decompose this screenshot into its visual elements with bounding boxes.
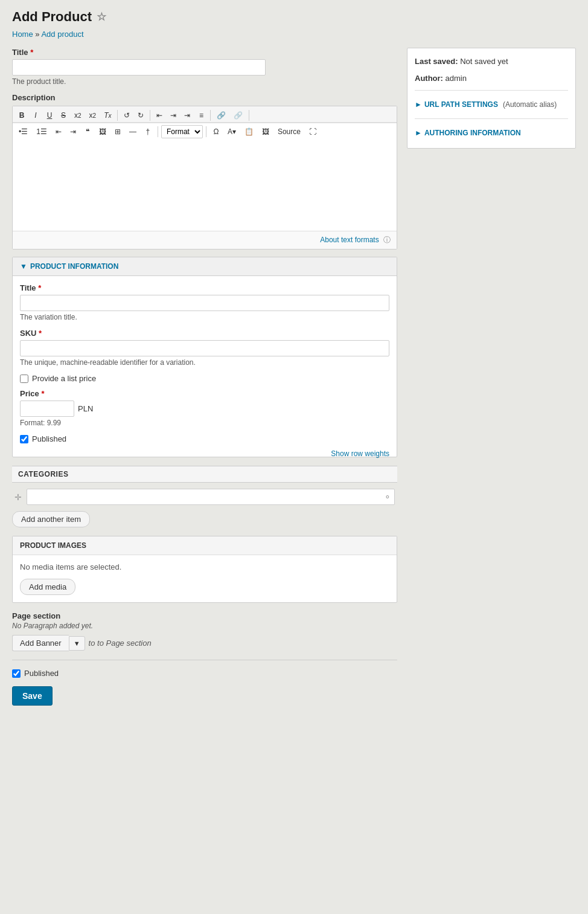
align-center-button[interactable]: ⇥ xyxy=(167,109,180,122)
indent-button[interactable]: ⇥ xyxy=(66,125,80,138)
sidebar-panel: Last saved: Not saved yet Author: admin … xyxy=(407,48,576,149)
price-format-hint: Format: 9.99 xyxy=(20,419,389,427)
bold-button[interactable]: B xyxy=(15,109,28,122)
add-another-item-button[interactable]: Add another item xyxy=(12,511,90,527)
list-price-label[interactable]: Provide a list price xyxy=(32,374,96,383)
about-text-formats-link[interactable]: About text formats xyxy=(320,236,379,244)
price-group: Price * PLN Format: 9.99 xyxy=(20,389,389,427)
add-banner-dropdown-button[interactable]: ▼ xyxy=(69,636,85,651)
underline-button[interactable]: U xyxy=(43,109,56,122)
drag-handle-icon[interactable]: ✛ xyxy=(14,492,22,502)
title-hint: The product title. xyxy=(12,77,397,86)
product-info-header: ▼ PRODUCT INFORMATION xyxy=(13,257,397,276)
product-info-section: ▼ PRODUCT INFORMATION Title * The variat… xyxy=(12,257,397,457)
no-paragraph-text: No Paragraph added yet. xyxy=(12,622,397,630)
collapse-icon[interactable]: ▼ xyxy=(20,262,27,271)
toolbar-row2: •☰ 1☰ ⇤ ⇥ ❝ 🖼 ⊞ ― † Format xyxy=(13,123,397,140)
variation-title-label: Title * xyxy=(20,283,389,292)
undo-button[interactable]: ↺ xyxy=(120,109,133,122)
product-images-section: PRODUCT IMAGES No media items are select… xyxy=(12,536,397,603)
url-path-settings-toggle[interactable]: ► URL PATH SETTINGS (Automatic alias) xyxy=(415,97,568,112)
sidebar-divider-1 xyxy=(415,90,568,91)
description-label: Description xyxy=(12,93,397,102)
strikethrough-button[interactable]: S xyxy=(57,109,70,122)
category-input-wrap: ⚬ xyxy=(27,489,395,505)
product-images-header: PRODUCT IMAGES xyxy=(13,536,397,555)
list-price-row: Provide a list price xyxy=(20,374,389,383)
authoring-arrow-icon: ► xyxy=(415,129,422,137)
link-button[interactable]: 🔗 xyxy=(213,109,229,122)
published-checkbox[interactable] xyxy=(12,669,21,678)
hr-button[interactable]: ― xyxy=(126,125,140,138)
styles-button[interactable]: A▾ xyxy=(224,125,240,138)
unlink-button[interactable]: 🔗 xyxy=(230,109,246,122)
sku-label: SKU * xyxy=(20,329,389,338)
paste-button[interactable]: 📋 xyxy=(241,125,257,138)
variation-published-checkbox[interactable] xyxy=(20,435,28,443)
to-page-section-text: to to Page section xyxy=(89,639,152,648)
table-button[interactable]: ⊞ xyxy=(111,125,124,138)
last-saved-row: Last saved: Not saved yet xyxy=(415,56,568,68)
subscript-button[interactable]: x2 xyxy=(86,109,100,122)
show-row-weights-link[interactable]: Show row weights xyxy=(331,449,389,458)
autocomplete-search-icon: ⚬ xyxy=(384,492,391,502)
image-button[interactable]: 🖼 xyxy=(95,125,110,138)
variation-published-label[interactable]: Published xyxy=(32,434,66,443)
remove-format-button[interactable]: Tx xyxy=(100,109,115,122)
sku-input[interactable] xyxy=(20,340,389,356)
page-section-area: Page section No Paragraph added yet. Add… xyxy=(12,611,397,651)
fullscreen-button[interactable]: ⛶ xyxy=(305,125,320,138)
bullet-list-button[interactable]: •☰ xyxy=(15,125,31,138)
paste-text-button[interactable]: 🖼 xyxy=(258,125,273,138)
page-section-label: Page section xyxy=(12,611,397,620)
toolbar-row1: B I U S x2 x2 Tx ↺ ↻ ⇤ ⇥ ⇥ ≡ xyxy=(13,106,397,123)
special-chars-button[interactable]: † xyxy=(141,125,155,138)
product-info-body: Title * The variation title. SKU * The u… xyxy=(13,276,397,457)
format-dropdown[interactable]: Format xyxy=(161,125,203,138)
price-label: Price * xyxy=(20,389,389,398)
list-price-checkbox[interactable] xyxy=(20,375,28,383)
url-path-arrow-icon: ► xyxy=(415,100,422,109)
omega-button[interactable]: Ω xyxy=(209,125,223,138)
blockquote-button[interactable]: ❝ xyxy=(81,125,94,138)
align-left-button[interactable]: ⇤ xyxy=(153,109,166,122)
wysiwyg-editor: B I U S x2 x2 Tx ↺ ↻ ⇤ ⇥ ⇥ ≡ xyxy=(12,106,397,249)
categories-section: CATEGORIES ✛ ⚬ Add another item xyxy=(12,466,397,527)
title-field-group: Title * The product title. xyxy=(12,48,397,86)
title-input[interactable] xyxy=(12,59,266,76)
page-title: Add Product ☆ xyxy=(12,9,576,25)
variation-title-input[interactable] xyxy=(20,295,389,311)
breadcrumb-current[interactable]: Add product xyxy=(41,30,83,39)
title-label: Title * xyxy=(12,48,397,57)
toolbar-sep-1 xyxy=(117,110,118,121)
numbered-list-button[interactable]: 1☰ xyxy=(33,125,51,138)
category-autocomplete-input[interactable] xyxy=(27,489,395,505)
published-label[interactable]: Published xyxy=(24,669,59,678)
italic-button[interactable]: I xyxy=(29,109,42,122)
product-images-body: No media items are selected. Add media xyxy=(13,555,397,602)
toolbar-sep-2 xyxy=(150,110,150,121)
variation-title-group: Title * The variation title. xyxy=(20,283,389,321)
breadcrumb: Home » Add product xyxy=(12,30,576,39)
align-justify-button[interactable]: ≡ xyxy=(194,109,208,122)
sku-group: SKU * The unique, machine-readable ident… xyxy=(20,329,389,367)
sku-hint: The unique, machine-readable identifier … xyxy=(20,358,389,367)
add-banner-button[interactable]: Add Banner xyxy=(12,635,69,651)
redo-button[interactable]: ↻ xyxy=(134,109,147,122)
variation-published-row: Published xyxy=(20,434,389,443)
author-row: Author: admin xyxy=(415,72,568,85)
price-input[interactable] xyxy=(20,401,74,417)
save-button[interactable]: Save xyxy=(12,686,53,706)
authoring-info-toggle[interactable]: ► AUTHORING INFORMATION xyxy=(415,125,568,141)
no-media-text: No media items are selected. xyxy=(20,562,389,571)
breadcrumb-home[interactable]: Home xyxy=(12,30,33,39)
description-field-group: Description B I U S x2 x2 Tx ↺ ↻ xyxy=(12,93,397,249)
toolbar-sep-6 xyxy=(206,126,206,137)
align-right-button[interactable]: ⇥ xyxy=(181,109,194,122)
add-media-button[interactable]: Add media xyxy=(20,579,75,595)
source-button[interactable]: Source xyxy=(274,125,304,138)
editor-content-area[interactable] xyxy=(13,140,397,231)
favorite-icon[interactable]: ☆ xyxy=(97,10,106,24)
superscript-button[interactable]: x2 xyxy=(71,109,85,122)
outdent-button[interactable]: ⇤ xyxy=(52,125,65,138)
